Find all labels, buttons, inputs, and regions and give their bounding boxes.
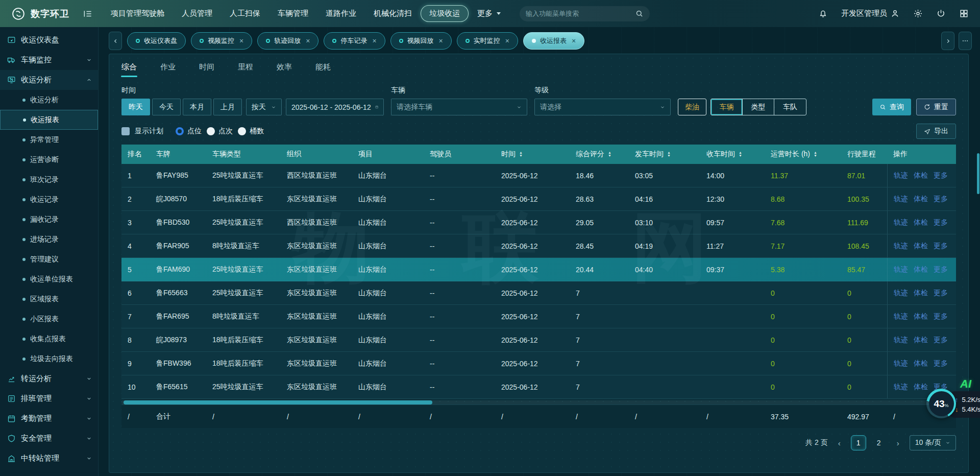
user-menu[interactable]: 开发区管理员 (841, 9, 900, 18)
table-row[interactable]: 10鲁F6561525吨垃圾直运车东区垃圾直运班山东烟台--2025-06-12… (121, 375, 956, 399)
sidebar-item[interactable]: 转运分析 (0, 369, 98, 389)
sort-icon[interactable]: ▲▼ (519, 151, 523, 157)
close-icon[interactable]: × (239, 37, 243, 45)
open-tab[interactable]: 实时监控× (457, 32, 518, 50)
close-icon[interactable]: × (372, 37, 376, 45)
sort-icon[interactable]: ▲▼ (667, 151, 671, 157)
open-tab[interactable]: 视频监控× (191, 32, 252, 50)
collapse-menu-icon[interactable] (83, 9, 93, 19)
open-tab[interactable]: 收运报表× (523, 32, 584, 50)
table-row[interactable]: 8皖J0897318吨后装压缩车东区垃圾直运班山东烟台--2025-06-127… (121, 328, 956, 352)
row-action-more[interactable]: 更多 (934, 265, 948, 274)
table-header-cell[interactable]: 发车时间▲▼ (629, 150, 700, 159)
sidebar-item[interactable]: 车辆监控 (0, 50, 98, 70)
dimension-tag-button[interactable]: 车队 (774, 99, 806, 115)
prev-page-button[interactable]: ‹ (836, 439, 843, 447)
granularity-select[interactable]: 按天 (246, 99, 282, 115)
row-action-more[interactable]: 更多 (934, 289, 948, 298)
sidebar-subitem[interactable]: 班次记录 (0, 170, 98, 189)
sidebar-item[interactable]: 考勤管理 (0, 409, 98, 429)
table-header-cell[interactable]: 收车时间▲▼ (700, 150, 765, 159)
sidebar-subitem[interactable]: 收运报表 (0, 110, 98, 130)
table-row[interactable]: 3鲁FBD53025吨垃圾直运车西区垃圾直运班山东烟台--2025-06-122… (121, 211, 956, 234)
sidebar-item[interactable]: 收运仪表盘 (0, 30, 98, 50)
table-row[interactable]: 7鲁FAR6958吨垃圾直运车东区垃圾直运班山东烟台--2025-06-1270… (121, 305, 956, 328)
nav-item[interactable]: 车辆管理 (269, 5, 317, 22)
report-subtab[interactable]: 里程 (238, 62, 253, 77)
row-action-track[interactable]: 轨迹 (894, 312, 908, 321)
table-row[interactable]: 2皖J0857018吨后装压缩车东区垃圾直运班山东烟台--2025-06-122… (121, 187, 956, 211)
row-action-track[interactable]: 轨迹 (894, 195, 908, 204)
sidebar-subitem[interactable]: 收运单位报表 (0, 269, 98, 289)
row-action-track[interactable]: 轨迹 (894, 289, 908, 298)
row-action-inspect[interactable]: 体检 (914, 265, 928, 274)
metric-radio[interactable]: 点次 (207, 127, 233, 136)
table-row[interactable]: 1鲁FAY98525吨垃圾直运车西区垃圾直运班山东烟台--2025-06-121… (121, 164, 956, 187)
report-subtab[interactable]: 效率 (277, 62, 292, 77)
nav-item[interactable]: 垃圾收运 (421, 5, 469, 22)
row-action-more[interactable]: 更多 (934, 242, 948, 251)
row-action-track[interactable]: 轨迹 (894, 265, 908, 274)
row-action-inspect[interactable]: 体检 (914, 242, 928, 251)
close-icon[interactable]: × (572, 37, 576, 45)
level-select[interactable]: 请选择 (534, 99, 671, 115)
export-button[interactable]: 导出 (916, 124, 956, 139)
row-action-more[interactable]: 更多 (934, 218, 948, 227)
sidebar-subitem[interactable]: 进场记录 (0, 229, 98, 249)
table-row[interactable]: 4鲁FAR9058吨垃圾直运车东区垃圾直运班山东烟台--2025-06-1228… (121, 234, 956, 258)
sidebar-subitem[interactable]: 运营诊断 (0, 150, 98, 170)
row-action-track[interactable]: 轨迹 (894, 359, 908, 368)
row-action-inspect[interactable]: 体检 (914, 312, 928, 321)
row-action-more[interactable]: 更多 (934, 312, 948, 321)
metric-radio[interactable]: 点位 (176, 127, 202, 136)
settings-gear-icon[interactable] (913, 9, 923, 18)
sort-icon[interactable]: ▲▼ (608, 151, 611, 157)
sidebar-item[interactable]: 排班管理 (0, 389, 98, 409)
sidebar-item[interactable]: 中转站管理 (0, 448, 98, 468)
tabs-scroll-right-button[interactable] (941, 32, 954, 50)
page-size-select[interactable]: 10 条/页 (910, 435, 956, 450)
next-page-button[interactable]: › (895, 439, 901, 447)
query-button[interactable]: 查询 (872, 99, 911, 115)
table-header-cell[interactable]: 运营时长 (h)▲▼ (765, 150, 841, 159)
sidebar-subitem[interactable]: 区域报表 (0, 289, 98, 309)
sort-icon[interactable]: ▲▼ (739, 151, 742, 157)
page-number[interactable]: 2 (871, 435, 887, 450)
row-action-track[interactable]: 轨迹 (894, 336, 908, 345)
quick-range-button[interactable]: 今天 (152, 99, 181, 115)
metric-radio[interactable]: 桶数 (238, 127, 264, 136)
search-input[interactable] (526, 10, 635, 17)
nav-item[interactable]: 更多 (469, 5, 509, 22)
dimension-tag-button[interactable]: 车辆 (711, 99, 743, 115)
row-action-track[interactable]: 轨迹 (894, 218, 908, 227)
apps-grid-icon[interactable] (959, 9, 969, 18)
power-icon[interactable] (936, 9, 946, 18)
row-action-track[interactable]: 轨迹 (894, 383, 908, 392)
nav-item[interactable]: 项目管理驾驶舱 (102, 5, 173, 22)
nav-item[interactable]: 人员管理 (173, 5, 221, 22)
row-action-inspect[interactable]: 体检 (914, 359, 928, 368)
sidebar-item[interactable]: 安全管理 (0, 429, 98, 448)
tabs-more-button[interactable] (959, 32, 972, 50)
report-subtab[interactable]: 作业 (160, 62, 176, 77)
close-icon[interactable]: × (306, 37, 310, 45)
quick-range-button[interactable]: 昨天 (121, 99, 150, 115)
table-header-cell[interactable]: 时间▲▼ (495, 150, 570, 159)
report-subtab[interactable]: 综合 (121, 62, 137, 77)
sidebar-subitem[interactable]: 管理建议 (0, 249, 98, 269)
row-action-track[interactable]: 轨迹 (894, 171, 908, 180)
date-range-input[interactable]: 2025-06-12 - 2025-06-12 (286, 99, 384, 115)
sort-icon[interactable]: ▲▼ (814, 151, 817, 157)
row-action-track[interactable]: 轨迹 (894, 242, 908, 251)
notification-bell-icon[interactable] (818, 9, 828, 18)
page-number[interactable]: 1 (851, 435, 866, 450)
quick-range-button[interactable]: 上月 (213, 99, 242, 115)
row-action-inspect[interactable]: 体检 (914, 336, 928, 345)
report-subtab[interactable]: 时间 (199, 62, 214, 77)
search-icon[interactable] (635, 9, 644, 18)
tabs-scroll-left-button[interactable] (109, 32, 122, 50)
close-icon[interactable]: × (505, 37, 509, 45)
horizontal-scrollbar-thumb[interactable] (124, 400, 432, 404)
open-tab[interactable]: 停车记录× (324, 32, 385, 50)
vehicle-select[interactable]: 请选择车辆 (391, 99, 527, 115)
